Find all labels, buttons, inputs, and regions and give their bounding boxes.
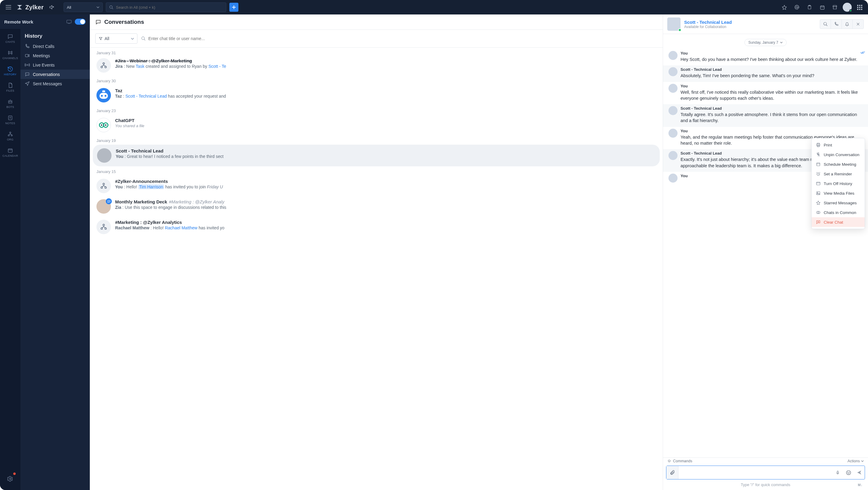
- nav-sent-messages[interactable]: Sent Messages: [21, 79, 90, 88]
- star-icon[interactable]: [779, 2, 789, 12]
- list-item[interactable]: Taz Taz : Scott - Technical Lead has acc…: [90, 85, 663, 105]
- avatar-icon: [96, 199, 111, 214]
- rail-history[interactable]: HISTORY: [0, 63, 21, 79]
- presence-dot-icon: [849, 9, 852, 12]
- global-search[interactable]: [106, 2, 226, 12]
- calendar-icon[interactable]: [817, 2, 827, 12]
- list-item[interactable]: #Marketing : @Zylker Analytics Rachael M…: [90, 217, 663, 237]
- conversation-search-input[interactable]: [148, 36, 657, 41]
- menu-unpin[interactable]: Unpin Conversation: [812, 150, 865, 159]
- rail-org[interactable]: ORG: [0, 128, 21, 144]
- svg-point-65: [101, 228, 102, 229]
- apps-grid-icon[interactable]: [855, 2, 864, 12]
- emoji-button[interactable]: [843, 466, 854, 479]
- menu-clear-chat[interactable]: Clear Chat: [812, 217, 865, 227]
- message[interactable]: Scott - Technical LeadTotally agree. It'…: [663, 104, 868, 127]
- status-toggle[interactable]: [75, 19, 86, 25]
- mute-icon[interactable]: [47, 2, 56, 12]
- rail-bots[interactable]: BOTS: [0, 95, 21, 112]
- settings-badge-icon: [13, 472, 16, 475]
- menu-starred[interactable]: Starred Messages: [812, 198, 865, 208]
- svg-rect-35: [8, 116, 12, 120]
- rail-files[interactable]: FILES: [0, 79, 21, 95]
- nav-conversations[interactable]: Conversations: [21, 70, 90, 79]
- message[interactable]: YouHey Scott, do you have a moment? I've…: [663, 49, 868, 65]
- nav-item-label: Live Events: [33, 63, 55, 67]
- list-item[interactable]: #Jira - Webinar : @Zylker-Marketing Jira…: [90, 55, 663, 75]
- menu-label: Chats in Common: [824, 210, 856, 215]
- actions-dropdown[interactable]: Actions: [847, 459, 864, 463]
- create-button[interactable]: [229, 3, 239, 12]
- menu-icon[interactable]: [4, 2, 13, 12]
- menu-history-off[interactable]: Turn Off History: [812, 179, 865, 188]
- brand-logo-icon: [16, 4, 23, 10]
- nav-direct-calls[interactable]: Direct Calls: [21, 41, 90, 51]
- mentions-icon[interactable]: [792, 2, 802, 12]
- chat-search-button[interactable]: [820, 20, 831, 29]
- rail-calendar[interactable]: CALENDAR: [0, 144, 21, 160]
- voice-button[interactable]: [832, 466, 843, 479]
- list-item[interactable]: #Zylker-Announcements You : Hello! Tim H…: [90, 176, 663, 196]
- nav-item-label: Sent Messages: [33, 81, 62, 86]
- chat-call-button[interactable]: [831, 20, 842, 29]
- rail-notes[interactable]: NOTES: [0, 112, 21, 128]
- chat-avatar[interactable]: [667, 18, 681, 31]
- app-root: Zylker All Remote Work: [0, 0, 868, 490]
- conversation-list[interactable]: January 31 #Jira - Webinar : @Zylker-Mar…: [90, 48, 663, 490]
- nav-meetings[interactable]: Meetings: [21, 51, 90, 60]
- filter-label: All: [104, 36, 110, 41]
- message[interactable]: Scott - Technical LeadAbsolutely, Tim! I…: [663, 65, 868, 82]
- chat-body[interactable]: Sunday, January 7 YouHey Scott, do you h…: [663, 34, 868, 457]
- svg-line-80: [818, 174, 819, 175]
- marketplace-icon[interactable]: [830, 2, 840, 12]
- menu-schedule[interactable]: Schedule Meeting: [812, 159, 865, 169]
- chat-notify-button[interactable]: [842, 20, 852, 29]
- rail-notes-label: NOTES: [5, 122, 16, 125]
- conversations-icon: [95, 19, 101, 25]
- menu-label: Starred Messages: [824, 201, 857, 205]
- svg-point-61: [103, 183, 104, 185]
- compose-box: [666, 466, 865, 480]
- svg-rect-76: [817, 163, 820, 166]
- chat-date-pill[interactable]: Sunday, January 7: [744, 39, 786, 46]
- markdown-indicator[interactable]: M↓: [858, 483, 863, 487]
- clipboard-icon[interactable]: [805, 2, 814, 12]
- rail-org-label: ORG: [7, 138, 13, 141]
- conv-title: ChatGPT: [115, 118, 656, 123]
- message-text: Well, first off, I've noticed this reall…: [681, 89, 863, 101]
- message[interactable]: YouWell, first off, I've noticed this re…: [663, 82, 868, 104]
- svg-point-66: [105, 228, 106, 229]
- nav-title: History: [21, 30, 90, 41]
- menu-media[interactable]: View Media Files: [812, 188, 865, 198]
- filter-dropdown[interactable]: All: [95, 33, 137, 44]
- menu-label: Unpin Conversation: [824, 152, 860, 157]
- svg-point-40: [11, 135, 12, 136]
- avatar-icon: [96, 179, 111, 193]
- menu-print[interactable]: Print: [812, 140, 865, 150]
- conversation-search[interactable]: [141, 33, 657, 44]
- svg-point-49: [103, 63, 104, 64]
- menu-chats-common[interactable]: Chats in Common: [812, 208, 865, 217]
- nav-live-events[interactable]: Live Events: [21, 60, 90, 70]
- list-item[interactable]: ChatGPT You shared a file: [90, 115, 663, 135]
- user-avatar[interactable]: [843, 3, 852, 12]
- list-item[interactable]: Scott - Technical Lead You : Great to he…: [93, 145, 660, 166]
- display-icon[interactable]: [66, 20, 72, 24]
- menu-label: Print: [824, 143, 832, 147]
- message-avatar: [669, 106, 678, 115]
- send-button[interactable]: [854, 466, 865, 479]
- rail-settings[interactable]: [0, 471, 21, 487]
- attach-button[interactable]: [666, 466, 678, 479]
- search-scope-select[interactable]: All: [64, 2, 103, 12]
- global-search-input[interactable]: [116, 5, 223, 10]
- compose-input[interactable]: [681, 470, 829, 475]
- rail-chats[interactable]: CHATS: [0, 30, 21, 47]
- rail-channels[interactable]: CHANNELS: [0, 47, 21, 63]
- chat-close-button[interactable]: [852, 20, 864, 29]
- left-column: Remote Work CHATS CHANNELS HISTORY FILES…: [0, 14, 90, 490]
- list-item[interactable]: Monthly Marketing Deck#Marketing : @Zylk…: [90, 196, 663, 217]
- conv-title: #Marketing : @Zylker Analytics: [115, 220, 656, 225]
- menu-reminder[interactable]: Set a Reminder: [812, 169, 865, 179]
- commands-label[interactable]: Commands: [673, 459, 692, 463]
- chat-name[interactable]: Scott - Technical Lead: [684, 20, 816, 25]
